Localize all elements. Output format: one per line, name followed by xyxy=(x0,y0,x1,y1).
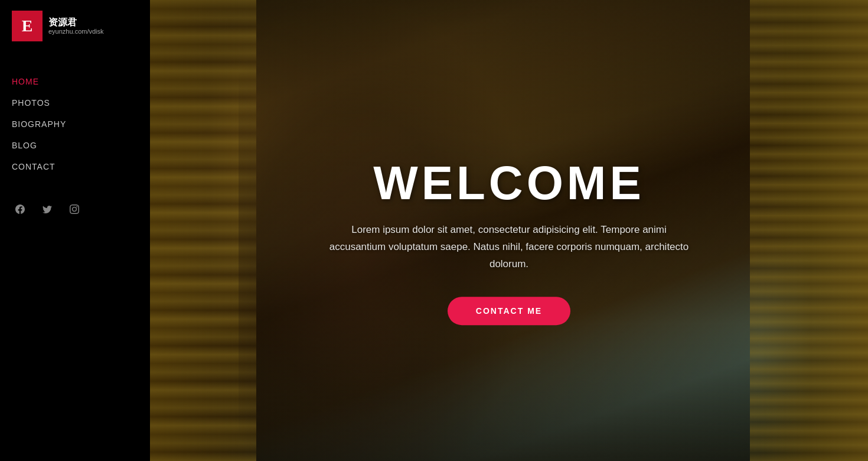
main-nav: HOME PHOTOS BIOGRAPHY BLOG CONTACT xyxy=(0,71,150,177)
hero-text-container: WELCOME Lorem ipsum dolor sit amet, cons… xyxy=(302,160,716,325)
twitter-icon[interactable] xyxy=(39,201,56,217)
social-icons xyxy=(0,183,150,235)
logo-area: E 资源君 eyunzhu.com/vdisk xyxy=(0,0,150,53)
nav-item-contact[interactable]: CONTACT xyxy=(0,156,150,177)
logo-text-area: 资源君 eyunzhu.com/vdisk xyxy=(48,17,104,35)
logo-chinese: 资源君 xyxy=(48,17,104,28)
hero-description: Lorem ipsum dolor sit amet, consectetur … xyxy=(323,222,695,273)
instagram-icon[interactable] xyxy=(66,201,83,217)
sidebar: E 资源君 eyunzhu.com/vdisk HOME PHOTOS BIOG… xyxy=(0,0,150,461)
logo-box: E 资源君 eyunzhu.com/vdisk xyxy=(12,11,138,41)
nav-item-photos[interactable]: PHOTOS xyxy=(0,92,150,113)
logo-icon: E xyxy=(12,11,43,41)
main-content: WELCOME Lorem ipsum dolor sit amet, cons… xyxy=(150,0,868,461)
nav-item-biography[interactable]: BIOGRAPHY xyxy=(0,113,150,135)
logo-url: eyunzhu.com/vdisk xyxy=(48,28,104,35)
facebook-icon[interactable] xyxy=(12,201,28,217)
hero-title: WELCOME xyxy=(302,160,716,207)
contact-me-button[interactable]: CONTACT ME xyxy=(448,297,570,325)
nav-item-home[interactable]: HOME xyxy=(0,71,150,92)
nav-item-blog[interactable]: BLOG xyxy=(0,135,150,156)
